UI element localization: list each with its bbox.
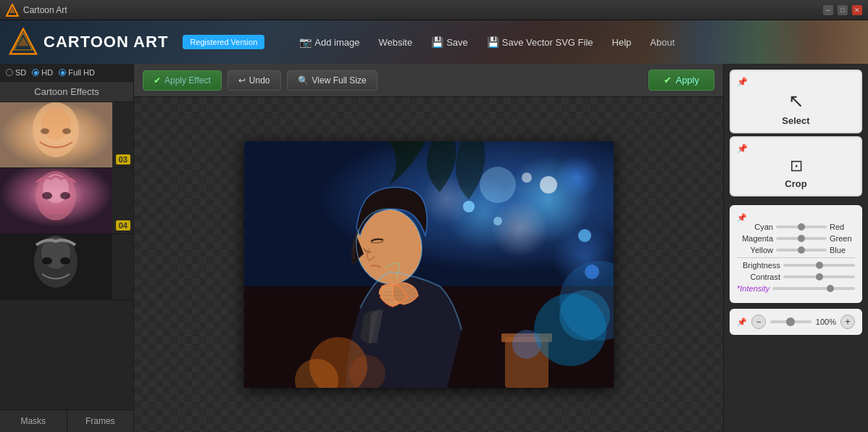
red-label: Red [830,223,855,231]
zoom-out-button[interactable]: − [751,315,766,329]
green-label: Green [830,234,855,243]
apply-effect-button[interactable]: ✔ Apply Effect [143,70,222,91]
effect-item-04[interactable]: 04 [0,168,133,234]
menu-bar: 📷 Add image Website 💾 Save 💾 Save Vector… [291,32,683,52]
pin-crop-icon: 📌 [737,144,748,154]
magenta-green-thumb[interactable] [798,235,805,242]
svg-marker-4 [18,37,29,46]
svg-point-25 [556,156,599,199]
minimize-button[interactable]: – [823,5,833,15]
toolbar: ✔ Apply Effect ↩ Undo 🔍 View Full Size ✔… [134,64,723,97]
title-bar: Cartoon Art – □ ✕ [0,0,868,20]
radio-hd [32,69,39,76]
svg-point-7 [41,108,70,140]
brightness-slider[interactable] [783,264,855,267]
zoom-slider[interactable] [770,320,811,323]
cyan-red-slider[interactable] [776,225,827,228]
pin-color-icon: 📌 [737,213,747,222]
masks-tab[interactable]: Masks [0,410,67,432]
main-layout: SD HD Full HD Cartoon Effects [0,64,868,432]
svg-point-8 [41,128,49,134]
effect-thumb-05 [0,234,112,299]
registered-version-badge[interactable]: Registered Version [183,35,264,49]
zoom-value: 100% [816,317,836,326]
cyan-red-thumb[interactable] [798,223,805,230]
app-header: Cartoon Art Registered Version 📷 Add ima… [0,20,868,64]
select-label: Select [782,115,809,126]
radio-sd [6,69,13,76]
apply-effect-check-icon: ✔ [154,75,161,86]
contrast-label: Contrast [737,273,780,281]
svg-point-45 [522,173,532,183]
select-tool-card[interactable]: 📌 ↖ Select [730,70,862,133]
logo-area: Cartoon Art [9,28,168,57]
crop-label: Crop [785,178,806,189]
save-icon: 💾 [431,36,443,48]
view-fullsize-button[interactable]: 🔍 View Full Size [287,70,377,91]
yellow-blue-row: Yellow Blue [737,246,855,254]
menu-help[interactable]: Help [604,33,640,52]
zoom-panel: 📌 − 100% + [730,309,862,335]
svg-point-9 [62,128,71,134]
zoom-in-button[interactable]: + [840,315,855,329]
intensity-label: *Intensity [737,284,769,293]
magenta-green-row: Magenta Green [737,234,855,243]
zoom-in-icon: 🔍 [298,75,309,86]
resolution-sd[interactable]: SD [6,68,26,77]
contrast-row: Contrast [737,273,855,281]
svg-point-42 [540,176,557,194]
svg-point-18 [42,257,52,265]
brightness-row: Brightness [737,261,855,270]
menu-save-svg[interactable]: 💾 Save Vector SVG File [478,32,602,52]
header-bg-art [651,20,868,64]
yellow-blue-thumb[interactable] [798,246,805,254]
apply-check-icon: ✔ [664,75,672,86]
svg-point-14 [60,192,70,199]
menu-add-image[interactable]: 📷 Add image [291,32,368,52]
effect-number-04: 04 [116,220,130,230]
effects-list: 03 [0,102,133,410]
pin-select-icon: 📌 [737,77,748,87]
blue-label: Blue [830,246,855,254]
undo-icon: ↩ [238,75,246,86]
cartoon-image [244,141,614,388]
svg-point-30 [480,167,516,203]
brightness-thumb[interactable] [816,262,823,269]
svg-point-19 [60,257,70,265]
resolution-bar: SD HD Full HD [0,64,133,82]
right-panel: 📌 ↖ Select 📌 ⊡ Crop 📌 Cyan Red [723,64,868,432]
intensity-row: *Intensity [737,284,855,293]
intensity-thumb[interactable] [827,285,834,292]
save-svg-icon: 💾 [487,36,499,48]
maximize-button[interactable]: □ [838,5,848,15]
effect-item-05[interactable] [0,234,133,300]
bottom-tabs: Masks Frames [0,410,133,432]
magenta-green-slider[interactable] [776,237,827,240]
title-bar-logo: Cartoon Art [6,4,67,17]
frames-tab[interactable]: Frames [67,410,134,432]
undo-button[interactable]: ↩ Undo [228,70,281,91]
effect-thumb-04 [0,168,112,233]
intensity-slider[interactable] [772,287,855,290]
resolution-fullhd[interactable]: Full HD [59,68,95,77]
panel-divider [737,257,855,258]
contrast-slider[interactable] [783,275,855,278]
svg-point-44 [493,217,502,225]
yellow-label: Yellow [737,246,773,254]
zoom-thumb[interactable] [786,317,795,326]
menu-save[interactable]: 💾 Save [422,32,477,52]
crop-tool-card[interactable]: 📌 ⊡ Crop [730,136,862,196]
left-panel: SD HD Full HD Cartoon Effects [0,64,134,432]
canvas-area [134,97,723,432]
resolution-hd[interactable]: HD [32,68,53,77]
brightness-label: Brightness [737,261,780,270]
effect-number-03: 03 [116,154,130,165]
close-button[interactable]: ✕ [852,5,862,15]
apply-button[interactable]: ✔ Apply [648,70,714,91]
effect-item-03[interactable]: 03 [0,102,133,168]
color-panel: 📌 Cyan Red Magenta Green Yellow [730,205,862,303]
yellow-blue-slider[interactable] [776,249,827,252]
menu-website[interactable]: Website [370,33,421,52]
contrast-thumb[interactable] [816,273,823,281]
select-crop-tools: 📌 ↖ Select 📌 ⊡ Crop [724,64,868,202]
